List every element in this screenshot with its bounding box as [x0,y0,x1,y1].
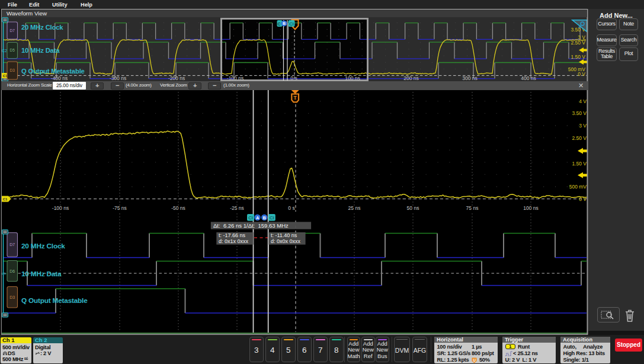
svg-text:25 ns: 25 ns [348,205,361,211]
svg-text:-200 ns: -200 ns [168,75,185,81]
svg-text:A: A [256,215,259,221]
svg-text:-300 ns: -300 ns [110,75,126,81]
svg-text:-100 ns: -100 ns [52,205,69,211]
svg-text:400 ns: 400 ns [521,75,536,81]
svg-text:50 ns: 50 ns [407,205,419,211]
svg-text:D3: D3 [9,295,15,299]
svg-text:0 s: 0 s [288,205,294,211]
svg-text:B: B [262,215,266,221]
svg-text:4 V: 4 V [579,98,587,104]
svg-text:D5: D5 [10,48,15,52]
svg-text:10 MHz Data: 10 MHz Data [21,270,62,278]
svg-text:2.50 V: 2.50 V [572,135,587,141]
svg-text:300 ns: 300 ns [462,75,478,81]
svg-text:100 ns: 100 ns [345,75,360,81]
svg-text:C2: C2 [2,49,7,53]
svg-text:-25 ns: -25 ns [230,205,244,211]
svg-text:<>: <> [1,271,7,276]
svg-text:-50 ns: -50 ns [171,205,185,211]
svg-text:3 V: 3 V [579,123,587,129]
svg-text:20 MHz Clock: 20 MHz Clock [21,24,63,31]
svg-text:0 V: 0 V [578,71,585,77]
svg-text:3.50 V: 3.50 V [572,110,587,116]
svg-text:1.50 V: 1.50 V [572,161,587,167]
svg-text:200 ns: 200 ns [403,75,419,81]
svg-text:-400 ns: -400 ns [51,75,68,81]
svg-text:Q Output Metastable: Q Output Metastable [21,68,85,75]
svg-text:t: -17.66 ns: t: -17.66 ns [219,232,246,238]
svg-text:-100 ns: -100 ns [227,75,243,81]
svg-text:10 MHz Data: 10 MHz Data [21,47,60,54]
svg-text:D7: D7 [9,242,15,247]
svg-text:0 s: 0 s [290,75,297,81]
svg-text:500 mV: 500 mV [569,184,587,190]
svg-text:2.50 V: 2.50 V [571,40,585,46]
svg-text:B: B [24,357,27,360]
svg-text:U: U [473,358,476,362]
svg-text:D7: D7 [10,28,15,33]
svg-text:20 MHz Clock: 20 MHz Clock [21,242,65,250]
svg-text:75 ns: 75 ns [466,205,479,211]
svg-text:Q Output Metastable: Q Output Metastable [21,296,88,305]
svg-text:C: C [277,22,280,26]
svg-text:-75 ns: -75 ns [113,205,127,211]
svg-text:Cl: Cl [248,215,253,221]
svg-text:100 ns: 100 ns [523,205,539,211]
svg-text:C1: C1 [3,197,8,201]
svg-text:Δt: 6.26 ns 1/Δt: 159.63 MHz: Δt: 6.26 ns 1/Δt: 159.63 MHz [213,222,289,229]
svg-text:T: T [294,95,297,101]
svg-text:B: B [283,21,286,25]
svg-text:t: -11.40 ns: t: -11.40 ns [271,232,297,238]
svg-text:D3: D3 [10,68,15,72]
svg-text:1.50 V: 1.50 V [571,54,585,60]
svg-text:d: 0x1x 0xxx: d: 0x1x 0xxx [219,238,249,244]
svg-text:0 V: 0 V [579,196,587,202]
svg-text:d: 0x0x 0xxx: d: 0x0x 0xxx [271,238,301,244]
svg-text:Cl: Cl [289,21,294,27]
svg-text:D6: D6 [9,269,15,273]
svg-text:Cl: Cl [270,215,274,221]
